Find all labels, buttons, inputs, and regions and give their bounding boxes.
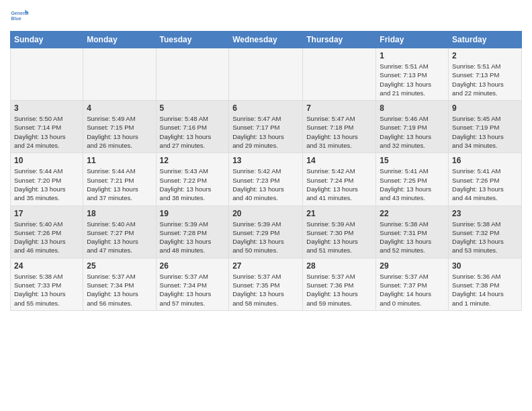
header: General Blue — [10, 7, 522, 26]
day-info: Sunrise: 5:40 AM Sunset: 7:27 PM Dayligh… — [87, 220, 152, 255]
calendar-cell: 8Sunrise: 5:46 AM Sunset: 7:19 PM Daylig… — [376, 101, 449, 153]
calendar-cell — [11, 48, 83, 101]
calendar-cell — [83, 48, 156, 101]
day-number: 24 — [14, 261, 79, 271]
week-row-2: 3Sunrise: 5:50 AM Sunset: 7:14 PM Daylig… — [11, 101, 522, 153]
day-number: 23 — [452, 209, 518, 218]
logo-icon: General Blue — [10, 7, 29, 26]
calendar-cell — [229, 48, 303, 101]
calendar-cell: 19Sunrise: 5:39 AM Sunset: 7:28 PM Dayli… — [156, 205, 229, 258]
calendar-cell: 23Sunrise: 5:38 AM Sunset: 7:32 PM Dayli… — [449, 205, 522, 258]
calendar-cell: 24Sunrise: 5:38 AM Sunset: 7:33 PM Dayli… — [11, 258, 83, 310]
calendar-cell: 22Sunrise: 5:38 AM Sunset: 7:31 PM Dayli… — [376, 205, 449, 258]
day-number: 15 — [380, 156, 445, 165]
day-info: Sunrise: 5:37 AM Sunset: 7:37 PM Dayligh… — [380, 272, 445, 308]
day-number: 27 — [232, 261, 299, 271]
svg-text:Blue: Blue — [11, 16, 21, 21]
calendar-cell: 13Sunrise: 5:42 AM Sunset: 7:23 PM Dayli… — [229, 153, 303, 205]
calendar-cell — [303, 48, 376, 101]
day-number: 21 — [306, 209, 372, 218]
day-number: 8 — [380, 103, 445, 113]
day-info: Sunrise: 5:44 AM Sunset: 7:20 PM Dayligh… — [14, 167, 79, 202]
calendar-cell: 9Sunrise: 5:45 AM Sunset: 7:19 PM Daylig… — [449, 101, 522, 153]
calendar-cell: 14Sunrise: 5:42 AM Sunset: 7:24 PM Dayli… — [303, 153, 376, 205]
day-number: 1 — [380, 51, 445, 60]
calendar-cell: 20Sunrise: 5:39 AM Sunset: 7:29 PM Dayli… — [229, 205, 303, 258]
day-info: Sunrise: 5:51 AM Sunset: 7:13 PM Dayligh… — [452, 62, 518, 97]
day-number: 22 — [380, 209, 445, 218]
calendar-cell: 10Sunrise: 5:44 AM Sunset: 7:20 PM Dayli… — [11, 153, 83, 205]
day-info: Sunrise: 5:37 AM Sunset: 7:34 PM Dayligh… — [160, 272, 226, 308]
day-info: Sunrise: 5:40 AM Sunset: 7:26 PM Dayligh… — [14, 220, 79, 255]
day-number: 11 — [87, 156, 152, 165]
day-header-monday: Monday — [83, 32, 156, 48]
calendar-cell: 12Sunrise: 5:43 AM Sunset: 7:22 PM Dayli… — [156, 153, 229, 205]
day-number: 20 — [232, 209, 299, 218]
page: General Blue SundayMondayTuesdayWednesda… — [0, 0, 532, 321]
calendar-table: SundayMondayTuesdayWednesdayThursdayFrid… — [10, 31, 522, 311]
day-info: Sunrise: 5:39 AM Sunset: 7:28 PM Dayligh… — [160, 220, 226, 255]
calendar-cell: 27Sunrise: 5:37 AM Sunset: 7:35 PM Dayli… — [229, 258, 303, 310]
day-number: 29 — [380, 261, 445, 271]
calendar-cell: 6Sunrise: 5:47 AM Sunset: 7:17 PM Daylig… — [229, 101, 303, 153]
day-number: 12 — [160, 156, 226, 165]
calendar-cell: 7Sunrise: 5:47 AM Sunset: 7:18 PM Daylig… — [303, 101, 376, 153]
week-row-4: 17Sunrise: 5:40 AM Sunset: 7:26 PM Dayli… — [11, 205, 522, 258]
calendar-cell: 17Sunrise: 5:40 AM Sunset: 7:26 PM Dayli… — [11, 205, 83, 258]
calendar-cell: 28Sunrise: 5:37 AM Sunset: 7:36 PM Dayli… — [303, 258, 376, 310]
day-info: Sunrise: 5:37 AM Sunset: 7:36 PM Dayligh… — [306, 272, 372, 308]
calendar-cell: 5Sunrise: 5:48 AM Sunset: 7:16 PM Daylig… — [156, 101, 229, 153]
day-info: Sunrise: 5:41 AM Sunset: 7:26 PM Dayligh… — [452, 167, 518, 202]
calendar-cell: 4Sunrise: 5:49 AM Sunset: 7:15 PM Daylig… — [83, 101, 156, 153]
calendar-cell: 3Sunrise: 5:50 AM Sunset: 7:14 PM Daylig… — [11, 101, 83, 153]
calendar-cell: 15Sunrise: 5:41 AM Sunset: 7:25 PM Dayli… — [376, 153, 449, 205]
day-number: 30 — [452, 261, 518, 271]
day-number: 6 — [232, 103, 299, 113]
day-info: Sunrise: 5:41 AM Sunset: 7:25 PM Dayligh… — [380, 167, 445, 202]
day-number: 14 — [306, 156, 372, 165]
day-number: 28 — [306, 261, 372, 271]
day-header-saturday: Saturday — [449, 32, 522, 48]
calendar-cell: 2Sunrise: 5:51 AM Sunset: 7:13 PM Daylig… — [449, 48, 522, 101]
day-info: Sunrise: 5:39 AM Sunset: 7:30 PM Dayligh… — [306, 220, 372, 255]
day-number: 19 — [160, 209, 226, 218]
day-number: 4 — [87, 103, 152, 113]
calendar-cell: 21Sunrise: 5:39 AM Sunset: 7:30 PM Dayli… — [303, 205, 376, 258]
day-header-tuesday: Tuesday — [156, 32, 229, 48]
day-number: 2 — [452, 51, 518, 60]
day-info: Sunrise: 5:38 AM Sunset: 7:32 PM Dayligh… — [452, 220, 518, 255]
day-info: Sunrise: 5:45 AM Sunset: 7:19 PM Dayligh… — [452, 114, 518, 150]
day-number: 3 — [14, 103, 79, 113]
day-info: Sunrise: 5:37 AM Sunset: 7:34 PM Dayligh… — [87, 272, 152, 308]
day-number: 25 — [87, 261, 152, 271]
calendar-cell: 26Sunrise: 5:37 AM Sunset: 7:34 PM Dayli… — [156, 258, 229, 310]
calendar-cell — [156, 48, 229, 101]
day-number: 26 — [160, 261, 226, 271]
week-row-5: 24Sunrise: 5:38 AM Sunset: 7:33 PM Dayli… — [11, 258, 522, 310]
day-info: Sunrise: 5:38 AM Sunset: 7:33 PM Dayligh… — [14, 272, 79, 308]
day-number: 10 — [14, 156, 79, 165]
header-row: SundayMondayTuesdayWednesdayThursdayFrid… — [11, 32, 522, 48]
calendar-cell: 25Sunrise: 5:37 AM Sunset: 7:34 PM Dayli… — [83, 258, 156, 310]
day-info: Sunrise: 5:42 AM Sunset: 7:23 PM Dayligh… — [232, 167, 299, 202]
day-info: Sunrise: 5:47 AM Sunset: 7:17 PM Dayligh… — [232, 114, 299, 150]
day-info: Sunrise: 5:49 AM Sunset: 7:15 PM Dayligh… — [87, 114, 152, 150]
day-number: 18 — [87, 209, 152, 218]
calendar-cell: 16Sunrise: 5:41 AM Sunset: 7:26 PM Dayli… — [449, 153, 522, 205]
day-number: 7 — [306, 103, 372, 113]
day-number: 16 — [452, 156, 518, 165]
calendar-cell: 18Sunrise: 5:40 AM Sunset: 7:27 PM Dayli… — [83, 205, 156, 258]
week-row-3: 10Sunrise: 5:44 AM Sunset: 7:20 PM Dayli… — [11, 153, 522, 205]
day-header-thursday: Thursday — [303, 32, 376, 48]
day-header-sunday: Sunday — [11, 32, 83, 48]
day-info: Sunrise: 5:42 AM Sunset: 7:24 PM Dayligh… — [306, 167, 372, 202]
day-number: 5 — [160, 103, 226, 113]
day-number: 9 — [452, 103, 518, 113]
day-info: Sunrise: 5:47 AM Sunset: 7:18 PM Dayligh… — [306, 114, 372, 150]
day-number: 17 — [14, 209, 79, 218]
day-info: Sunrise: 5:44 AM Sunset: 7:21 PM Dayligh… — [87, 167, 152, 202]
day-info: Sunrise: 5:48 AM Sunset: 7:16 PM Dayligh… — [160, 114, 226, 150]
calendar-cell: 29Sunrise: 5:37 AM Sunset: 7:37 PM Dayli… — [376, 258, 449, 310]
week-row-1: 1Sunrise: 5:51 AM Sunset: 7:13 PM Daylig… — [11, 48, 522, 101]
day-header-friday: Friday — [376, 32, 449, 48]
